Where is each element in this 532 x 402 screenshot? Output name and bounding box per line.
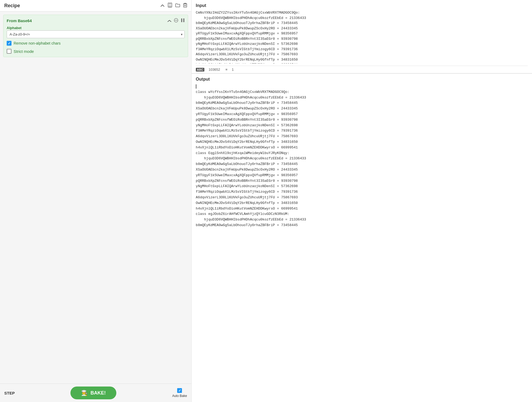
- auto-bake-checkbox[interactable]: ✓: [177, 388, 182, 393]
- right-panel: Input CmNsYXNzIHdZY2ZYssIKnYTu5n4OAGjCsx…: [192, 0, 532, 402]
- abc-badge: ABC: [196, 68, 204, 72]
- input-stats-bar: ABC 103652 ≡ 1: [196, 66, 528, 73]
- recipe-header-icons: [160, 3, 187, 9]
- block-header-icons: [168, 18, 185, 23]
- block-title: From Base64: [7, 18, 32, 23]
- input-section: Input CmNsYXNzIHdZY2ZYssIKnYTu5n4OAGjCsx…: [192, 0, 532, 74]
- alphabet-select[interactable]: A-Za-z0-9+/=: [7, 30, 185, 38]
- remove-chars-checkbox[interactable]: ✓: [7, 41, 11, 46]
- line-separator-icon: ≡: [225, 68, 228, 72]
- auto-bake-section: ✓ Auto Bake: [172, 388, 187, 398]
- output-text: class wYcfYssIKnYTu5n4OAGjCsxWbVRXTMADGO…: [196, 84, 528, 228]
- auto-bake-label: Auto Bake: [172, 394, 187, 398]
- svg-rect-12: [181, 18, 182, 22]
- alphabet-select-wrapper: A-Za-z0-9+/= ▾: [7, 30, 185, 38]
- block-pause-icon[interactable]: [181, 18, 185, 23]
- step-label: STEP: [4, 391, 15, 395]
- save-icon[interactable]: [168, 3, 172, 9]
- remove-chars-label: Remove non-alphabet chars: [14, 41, 61, 45]
- svg-rect-13: [183, 18, 184, 22]
- delete-icon[interactable]: [183, 3, 187, 9]
- bake-button[interactable]: 👨‍🍳 BAKE!: [70, 387, 116, 399]
- alphabet-row: Alphabet A-Za-z0-9+/= ▾: [7, 26, 185, 38]
- block-header: From Base64: [7, 18, 185, 23]
- auto-bake-checkmark: ✓: [178, 389, 181, 393]
- char-count: 103652: [209, 68, 220, 72]
- bake-chef-icon: 👨‍🍳: [81, 390, 88, 396]
- output-section[interactable]: Output class wYcfYssIKnYTu5n4OAGjCsxWbVR…: [192, 74, 532, 402]
- input-text[interactable]: CmNsYXNzIHdZY2ZYssIKnYTu5n4OAGjCsxWbVRXT…: [196, 10, 528, 64]
- bottom-bar: STEP 👨‍🍳 BAKE! ✓ Auto Bake: [0, 384, 191, 402]
- input-title: Input: [196, 3, 528, 8]
- svg-rect-1: [169, 3, 171, 5]
- cursor: [196, 84, 196, 89]
- svg-rect-2: [169, 6, 171, 7]
- folder-icon[interactable]: [175, 3, 180, 8]
- from-base64-block: From Base64 Alphabet A-Za-z0-9+/=: [3, 15, 188, 57]
- bake-label: BAKE!: [90, 390, 106, 396]
- recipe-title: Recipe: [4, 3, 20, 9]
- left-panel: Recipe From Base64: [0, 0, 192, 402]
- chevron-up-icon[interactable]: [160, 3, 165, 8]
- remove-chars-row: ✓ Remove non-alphabet chars: [7, 41, 185, 46]
- alphabet-field: Alphabet A-Za-z0-9+/= ▾: [7, 26, 185, 38]
- output-title: Output: [196, 77, 528, 82]
- strict-mode-label: Strict mode: [14, 49, 34, 54]
- block-chevron-up-icon[interactable]: [168, 18, 171, 23]
- strict-mode-row: Strict mode: [7, 49, 185, 54]
- svg-rect-3: [184, 4, 187, 7]
- recipe-header: Recipe: [0, 0, 191, 11]
- line-count: 1: [232, 68, 234, 72]
- block-disable-icon[interactable]: [174, 18, 178, 23]
- strict-mode-checkbox[interactable]: [7, 49, 11, 54]
- checkmark-icon: ✓: [8, 42, 11, 45]
- alphabet-label: Alphabet: [7, 26, 185, 30]
